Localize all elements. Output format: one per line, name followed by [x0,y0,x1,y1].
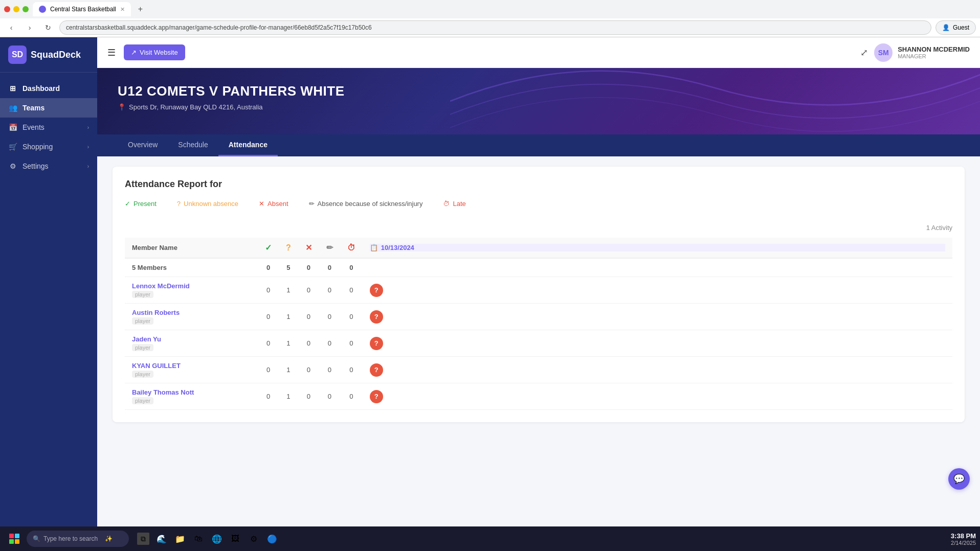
refresh-button[interactable]: ↻ [41,20,55,35]
member-name-link[interactable]: KYAN GUILLET [132,362,251,370]
present-header: ✓ [258,238,279,258]
taskbar-photos[interactable]: 🖼 [227,531,243,547]
taskbar-chrome2[interactable]: 🔵 [264,531,280,547]
legend-unknown: ? Unknown absence [177,200,238,208]
address-bar[interactable]: centralstarsbasketball.squaddeck.app/man… [59,20,931,35]
table-row: Lennox McDermid player 0 1 0 0 0 ? [125,277,952,304]
status-badge[interactable]: ? [370,337,383,350]
taskbar-task-view[interactable]: ⧉ [135,531,151,547]
external-link-icon: ↗ [131,49,137,56]
forward-button[interactable]: › [23,20,37,35]
member-present: 0 [258,357,279,383]
sidebar-item-shopping[interactable]: 🛒 Shopping › [0,137,97,156]
member-present: 0 [258,383,279,410]
summary-absent: 0 [298,258,319,277]
taskbar-edge[interactable]: 🌊 [153,531,170,547]
sidebar-item-dashboard[interactable]: ⊞ Dashboard [0,79,97,98]
tab-attendance[interactable]: Attendance [218,134,278,156]
summary-sickness: 0 [319,258,340,277]
taskbar-store[interactable]: 🛍 [190,531,207,547]
sickness-header: ✏ [319,238,340,258]
status-badge[interactable]: ? [370,363,383,377]
member-unknown: 1 [279,357,298,383]
main-content: U12 COMETS V PANTHERS WHITE 📍 Sports Dr,… [97,68,980,526]
legend-present: ✓ Present [125,200,157,208]
new-tab-button[interactable]: + [135,5,146,14]
table-row: Austin Roberts player 0 1 0 0 0 ? [125,304,952,330]
chat-bubble[interactable]: 💬 [948,468,970,490]
sidebar-item-label: Settings [23,162,49,170]
close-button[interactable] [4,6,10,12]
activity-count: 1 Activity [125,224,952,232]
sidebar-item-events[interactable]: 📅 Events › [0,118,97,137]
member-role-badge: player [132,291,153,298]
status-badge[interactable]: ? [370,310,383,324]
member-unknown: 1 [279,277,298,304]
fullscreen-button[interactable]: ⤢ [860,47,868,58]
attendance-table: Member Name ✓ ? ✕ [125,238,952,410]
member-name-header: Member Name [125,238,258,258]
members-summary-row: 5 Members 0 5 0 0 0 [125,258,952,277]
sidebar-item-settings[interactable]: ⚙ Settings › [0,156,97,176]
status-badge[interactable]: ? [370,284,383,297]
member-name-link[interactable]: Jaden Yu [132,335,251,343]
profile-icon: 👤 [942,24,950,31]
maximize-button[interactable] [23,6,29,12]
start-button[interactable] [4,529,25,549]
user-name: SHANNON MCDERMID [898,45,970,53]
sidebar-item-teams[interactable]: 👥 Teams [0,98,97,118]
edit-calendar-icon: 📋 [370,244,378,251]
check-col-icon: ✓ [265,243,272,252]
app-header: ☰ ↗ Visit Website ⤢ SM SHANNON MCDERMID … [97,37,980,68]
location-pin-icon: 📍 [118,103,126,111]
date-header: 📋 10/13/2024 [363,238,952,258]
member-absent: 0 [298,357,319,383]
date-text: 10/13/2024 [381,244,414,251]
shopping-icon: 🛒 [8,142,17,151]
status-badge[interactable]: ? [370,390,383,403]
browser-tab[interactable]: Central Stars Basketball ✕ [33,2,131,16]
taskbar-clock: 3:38 PM 2/14/2025 [951,532,976,546]
close-tab-icon[interactable]: ✕ [120,6,125,13]
content-area: Attendance Report for ✓ Present ? Unknow… [97,156,980,526]
minimize-button[interactable] [13,6,19,12]
member-name-link[interactable]: Lennox McDermid [132,282,251,290]
main-panel: ☰ ↗ Visit Website ⤢ SM SHANNON MCDERMID … [97,37,980,526]
table-row: Bailey Thomas Nott player 0 1 0 0 0 ? [125,383,952,410]
summary-present: 0 [258,258,279,277]
hamburger-button[interactable]: ☰ [107,47,116,58]
attendance-card: Attendance Report for ✓ Present ? Unknow… [113,167,965,422]
chrome2-icon: 🔵 [266,533,278,545]
taskbar-explorer[interactable]: 📁 [172,531,188,547]
sidebar-nav: ⊞ Dashboard 👥 Teams 📅 Events › 🛒 [0,73,97,526]
member-name-link[interactable]: Bailey Thomas Nott [132,388,251,396]
taskbar-chrome[interactable]: 🌐 [209,531,225,547]
member-name-link[interactable]: Austin Roberts [132,309,251,316]
app-container: SD SquadDeck ⊞ Dashboard 👥 Teams 📅 Event… [0,37,980,526]
teams-icon: 👥 [8,103,17,112]
browser-nav: ‹ › ↻ centralstarsbasketball.squaddeck.a… [0,18,980,37]
taskbar-app2[interactable]: ⚙ [246,531,262,547]
explorer-icon: 📁 [174,533,186,545]
unknown-header: ? [279,238,298,258]
tab-schedule[interactable]: Schedule [168,134,218,156]
visit-website-button[interactable]: ↗ Visit Website [124,44,185,60]
browser-titlebar: Central Stars Basketball ✕ + [0,0,980,18]
legend-absent: ✕ Absent [259,200,288,208]
x-col-icon: ✕ [305,243,312,252]
browser-controls [4,6,29,12]
sidebar-item-label: Shopping [23,143,53,151]
member-late: 0 [340,383,363,410]
back-button[interactable]: ‹ [4,20,18,35]
sidebar-item-label: Events [23,123,44,131]
member-unknown: 1 [279,304,298,330]
table-row: Jaden Yu player 0 1 0 0 0 ? [125,330,952,357]
guest-profile-button[interactable]: 👤 Guest [936,20,976,35]
tab-overview[interactable]: Overview [118,134,168,156]
absent-header: ✕ [298,238,319,258]
member-absent: 0 [298,330,319,357]
taskbar-search-box[interactable]: 🔍 Type here to search ✨ [27,531,129,547]
section-title: Attendance Report for [125,179,952,190]
member-late: 0 [340,277,363,304]
member-role-badge: player [132,397,153,404]
